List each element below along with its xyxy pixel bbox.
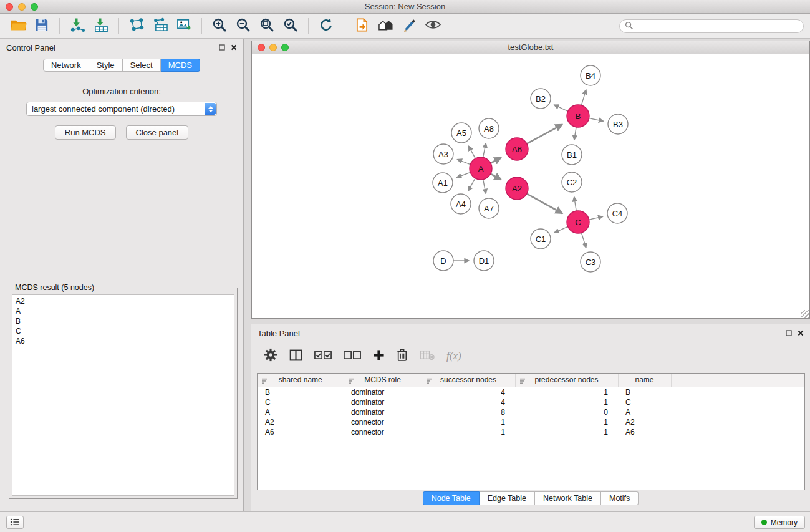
graph-node-A8[interactable]: A8 bbox=[479, 118, 499, 138]
minimize-window-button[interactable] bbox=[18, 3, 26, 11]
table-row[interactable]: Bdominator41B bbox=[258, 387, 804, 397]
table-row[interactable]: Adominator80A bbox=[258, 407, 804, 417]
graph-node-A1[interactable]: A1 bbox=[433, 173, 453, 193]
edge-A6-B[interactable] bbox=[527, 125, 562, 144]
resize-grip[interactable] bbox=[801, 310, 809, 318]
table-cell-successors[interactable]: 1 bbox=[422, 417, 515, 427]
table-cell-predecessors[interactable]: 1 bbox=[515, 387, 618, 397]
table-row[interactable]: A2connector11A2 bbox=[258, 417, 804, 427]
refresh-button[interactable] bbox=[314, 16, 338, 36]
table-cell-predecessors[interactable]: 1 bbox=[515, 417, 618, 427]
table-cell-name[interactable]: A2 bbox=[618, 417, 671, 427]
graph-node-B2[interactable]: B2 bbox=[531, 89, 551, 109]
graph-node-A5[interactable]: A5 bbox=[451, 123, 471, 143]
mcds-result-item[interactable]: C bbox=[16, 326, 231, 336]
graph-node-A2[interactable]: A2 bbox=[506, 177, 528, 200]
table-cell-successors[interactable]: 8 bbox=[422, 407, 515, 417]
graph-node-C3[interactable]: C3 bbox=[581, 252, 600, 272]
column-header-mcds-role[interactable]: MCDS role bbox=[344, 374, 422, 387]
add-column-button[interactable] bbox=[373, 349, 385, 364]
table-row[interactable]: A6connector11A6 bbox=[258, 427, 804, 437]
edge-B-B2[interactable] bbox=[554, 105, 568, 111]
maximize-network-button[interactable] bbox=[281, 44, 289, 51]
network-window-titlebar[interactable]: testGlobe.txt bbox=[252, 41, 809, 54]
table-cell-name[interactable]: A6 bbox=[618, 427, 671, 437]
graph-node-A[interactable]: A bbox=[470, 157, 492, 180]
mcds-result-item[interactable]: A bbox=[16, 306, 231, 316]
table-cell-name[interactable]: A bbox=[618, 407, 671, 417]
new-network-button[interactable] bbox=[125, 16, 148, 36]
close-table-panel-icon[interactable] bbox=[798, 330, 804, 336]
select-all-button[interactable] bbox=[314, 349, 332, 364]
tab-node-table[interactable]: Node Table bbox=[423, 491, 480, 505]
edge-B-B1[interactable] bbox=[574, 127, 576, 140]
graph-node-B4[interactable]: B4 bbox=[581, 65, 600, 85]
new-table-button[interactable] bbox=[148, 16, 172, 36]
graph-node-C2[interactable]: C2 bbox=[562, 172, 582, 192]
tab-edge-table[interactable]: Edge Table bbox=[480, 491, 535, 505]
toolbar-search[interactable] bbox=[619, 19, 804, 33]
edge-A2-C[interactable] bbox=[527, 194, 562, 213]
close-panel-button[interactable]: Close panel bbox=[126, 125, 189, 140]
table-cell-predecessors[interactable]: 1 bbox=[515, 427, 618, 437]
run-mcds-button[interactable]: Run MCDS bbox=[55, 125, 116, 140]
column-header-successor-nodes[interactable]: successor nodes bbox=[422, 374, 515, 387]
zoom-selected-button[interactable] bbox=[279, 16, 302, 36]
export-image-button[interactable] bbox=[172, 16, 196, 36]
tab-style[interactable]: Style bbox=[89, 59, 123, 72]
graph-node-B1[interactable]: B1 bbox=[562, 145, 582, 165]
graph-node-D[interactable]: D bbox=[433, 251, 453, 271]
edge-C-C1[interactable] bbox=[554, 226, 568, 233]
zoom-fit-button[interactable] bbox=[255, 16, 279, 36]
table-cell-role[interactable]: dominator bbox=[344, 397, 422, 407]
edge-A-A6[interactable] bbox=[491, 158, 501, 163]
export-document-button[interactable] bbox=[350, 16, 374, 36]
table-row[interactable]: Cdominator41C bbox=[258, 397, 804, 407]
deselect-all-button[interactable] bbox=[344, 349, 361, 364]
zoom-out-button[interactable] bbox=[231, 16, 255, 36]
maximize-window-button[interactable] bbox=[31, 3, 38, 11]
float-panel-icon[interactable] bbox=[219, 44, 225, 51]
edge-A-A2[interactable] bbox=[491, 174, 501, 180]
network-canvas[interactable]: B4B2BB3A5A8A6A3B1AA1C2A2A4A7C4CC1C3DD1 bbox=[252, 54, 809, 318]
table-cell-role[interactable]: connector bbox=[344, 427, 422, 437]
edge-A-A5[interactable] bbox=[469, 146, 476, 158]
column-chooser-button[interactable] bbox=[289, 349, 302, 364]
column-header-name[interactable]: name bbox=[618, 374, 671, 387]
edge-C-C4[interactable] bbox=[589, 216, 603, 220]
column-header-predecessor-nodes[interactable]: predecessor nodes bbox=[515, 374, 618, 387]
table-cell-name[interactable]: B bbox=[618, 387, 671, 397]
annotation-pen-button[interactable] bbox=[397, 16, 421, 36]
open-session-button[interactable] bbox=[6, 16, 30, 36]
table-cell-shared_name[interactable]: C bbox=[258, 397, 344, 407]
close-window-button[interactable] bbox=[6, 3, 13, 11]
table-cell-predecessors[interactable]: 0 bbox=[515, 407, 618, 417]
mcds-result-item[interactable]: A2 bbox=[16, 296, 231, 306]
column-header-shared-name[interactable]: shared name bbox=[258, 374, 344, 387]
table-cell-successors[interactable]: 4 bbox=[422, 387, 515, 397]
search-input[interactable] bbox=[636, 22, 798, 31]
table-cell-predecessors[interactable]: 1 bbox=[515, 397, 618, 407]
table-cell-shared_name[interactable]: A6 bbox=[258, 427, 344, 437]
edge-C-C2[interactable] bbox=[574, 197, 577, 211]
optimization-criterion-select[interactable]: largest connected component (directed) bbox=[26, 102, 217, 116]
delete-column-button[interactable] bbox=[397, 348, 408, 364]
tab-select[interactable]: Select bbox=[123, 59, 161, 72]
home-button[interactable] bbox=[374, 16, 397, 36]
mcds-result-item[interactable]: A6 bbox=[16, 336, 231, 346]
graph-node-A4[interactable]: A4 bbox=[451, 194, 471, 214]
graph-node-D1[interactable]: D1 bbox=[474, 251, 494, 271]
edge-A-A3[interactable] bbox=[457, 160, 470, 165]
table-cell-successors[interactable]: 1 bbox=[422, 427, 515, 437]
graph-node-C4[interactable]: C4 bbox=[607, 203, 627, 223]
tab-motifs[interactable]: Motifs bbox=[601, 491, 639, 505]
table-cell-name[interactable]: C bbox=[618, 397, 671, 407]
edge-C-C3[interactable] bbox=[581, 233, 586, 248]
function-builder-button[interactable]: f(x) bbox=[446, 350, 461, 362]
graph-node-B[interactable]: B bbox=[567, 105, 589, 127]
mcds-result-list[interactable]: A2ABCA6 bbox=[12, 294, 234, 496]
table-cell-successors[interactable]: 4 bbox=[422, 397, 515, 407]
import-table-button[interactable] bbox=[89, 16, 113, 36]
table-cell-shared_name[interactable]: A2 bbox=[258, 417, 344, 427]
float-table-panel-icon[interactable] bbox=[786, 330, 792, 336]
